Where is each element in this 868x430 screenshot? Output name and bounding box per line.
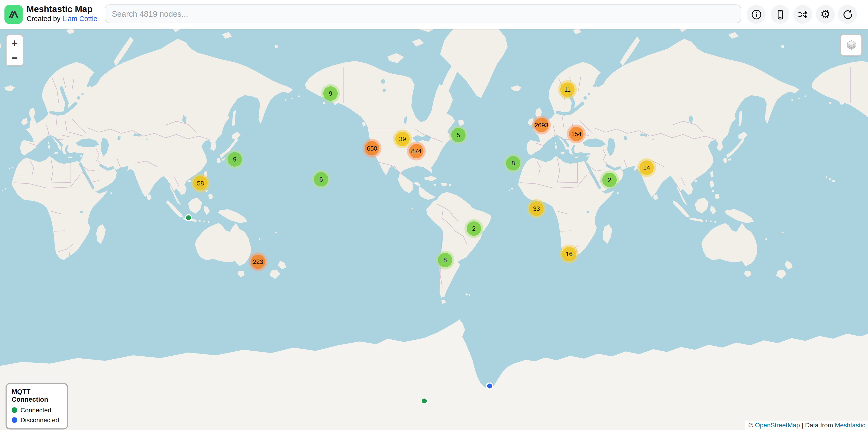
search-input[interactable] [104,4,741,23]
mqtt-legend: MQTT Connection Connected Disconnected [6,383,68,430]
legend-item-connected: Connected [11,407,62,413]
info-icon [750,8,762,20]
cluster-count: 6 [314,172,328,187]
cluster-count: 39 [395,132,409,146]
cluster-count: 2 [467,221,481,236]
cluster-count: 874 [409,144,423,158]
legend-title: MQTT Connection [11,388,62,403]
connected-dot [11,407,17,413]
mobile-app-button[interactable] [771,5,789,24]
map-attribution: © OpenStreetMap | Data from Meshtastic [745,421,868,430]
settings-button[interactable]: ⚙ [816,5,835,24]
cluster-marker[interactable]: 58 [191,174,210,193]
subtitle-prefix: Created by [27,15,62,23]
legend-item-label: Connected [21,407,51,413]
zoom-in-button[interactable]: + [6,35,23,51]
cluster-count: 11 [560,82,575,97]
cluster-marker[interactable]: 6 [312,170,331,189]
attribution-middle: | Data from [800,422,835,428]
cluster-count: 5 [451,128,465,142]
meshtastic-map-app: 911269315439565087498142586332168223 Mes… [0,0,868,430]
zoom-out-button[interactable]: − [6,51,23,65]
cluster-marker[interactable]: 9 [321,84,340,103]
smartphone-icon [774,8,786,20]
cluster-count: 16 [562,247,576,261]
cluster-count: 8 [438,253,452,267]
author-link[interactable]: Liam Cottle [62,15,97,23]
cluster-marker[interactable]: 8 [504,154,523,173]
cluster-marker[interactable]: 2 [465,219,484,238]
random-node-button[interactable] [793,5,812,24]
cluster-count: 2 [602,173,617,187]
cluster-marker[interactable]: 14 [637,158,656,177]
cluster-marker[interactable]: 650 [363,139,381,158]
openstreetmap-link[interactable]: OpenStreetMap [755,422,800,428]
meshtastic-logo-icon [5,6,22,23]
legend-item-label: Disconnected [21,417,59,423]
cluster-marker[interactable]: 5 [449,126,468,144]
cluster-count: 8 [506,156,520,170]
cluster-marker[interactable]: 16 [560,244,579,263]
shuffle-icon [797,8,808,20]
disconnected-dot [11,417,17,423]
meshtastic-logo [4,5,23,24]
node-marker-connected[interactable] [185,214,192,221]
cluster-marker[interactable]: 874 [407,142,426,161]
subtitle: Created by Liam Cottle [27,14,97,23]
cluster-marker[interactable]: 8 [436,251,455,269]
cluster-count: 14 [640,161,654,175]
cluster-count: 223 [251,255,265,269]
top-bar: Meshtastic Map Created by Liam Cottle ⚙ [0,0,868,29]
cluster-marker[interactable]: 11 [558,80,577,99]
gear-icon: ⚙ [820,8,831,20]
cluster-count: 9 [227,152,242,167]
refresh-icon [842,8,853,20]
zoom-control: + − [6,34,24,67]
cluster-count: 58 [193,176,208,190]
cluster-marker[interactable]: 2 [600,170,619,189]
meshtastic-link[interactable]: Meshtastic [835,422,865,428]
node-marker-connected[interactable] [421,397,428,404]
info-button[interactable] [747,5,766,24]
cluster-marker[interactable]: 223 [248,252,268,271]
cluster-count: 154 [569,127,583,141]
cluster-marker[interactable]: 2693 [532,116,551,135]
cluster-count: 9 [323,87,338,101]
cluster-marker[interactable]: 154 [567,125,586,143]
refresh-button[interactable] [838,5,857,24]
cluster-count: 33 [529,201,544,216]
layers-control[interactable] [840,34,862,57]
cluster-marker[interactable]: 9 [225,150,244,169]
node-marker-disconnected[interactable] [486,382,493,389]
marker-layer: 911269315439565087498142586332168223 [0,0,868,430]
cluster-count: 2693 [534,118,549,132]
attribution-prefix: © [749,422,755,428]
legend-item-disconnected: Disconnected [11,417,62,423]
cluster-marker[interactable]: 33 [527,199,546,218]
layers-icon [843,37,860,54]
cluster-count: 650 [365,141,379,156]
page-title: Meshtastic Map [27,4,97,14]
